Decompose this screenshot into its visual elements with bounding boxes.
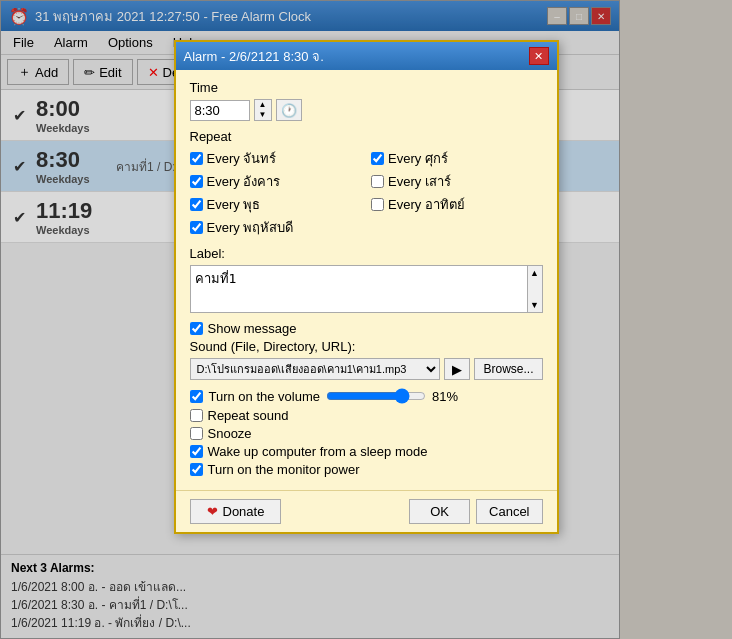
snooze-checkbox[interactable]: [190, 427, 203, 440]
monitor-checkbox[interactable]: [190, 463, 203, 476]
repeat-sunday-label: Every อาทิตย์: [388, 194, 465, 215]
time-input-row: ▲ ▼ 🕐: [190, 99, 543, 121]
dialog-footer: ❤ Donate OK Cancel: [176, 490, 557, 532]
repeat-thursday[interactable]: Every พฤหัสบดี: [190, 217, 362, 238]
time-input[interactable]: [190, 100, 250, 121]
show-message-label: Show message: [208, 321, 297, 336]
cancel-button[interactable]: Cancel: [476, 499, 542, 524]
label-scroll-up[interactable]: ▲: [528, 266, 542, 280]
sound-label: Sound (File, Directory, URL):: [190, 339, 543, 354]
repeat-label: Repeat: [190, 129, 543, 144]
heart-icon: ❤: [207, 504, 218, 519]
time-label: Time: [190, 80, 543, 95]
dialog-title: Alarm - 2/6/2121 8:30 จ.: [184, 46, 324, 67]
volume-slider[interactable]: [326, 388, 426, 404]
repeat-tuesday[interactable]: Every อังคาร: [190, 171, 362, 192]
label-scroll-down[interactable]: ▼: [528, 298, 542, 312]
show-message-row: Show message: [190, 321, 543, 336]
monitor-label: Turn on the monitor power: [208, 462, 360, 477]
repeat-monday-checkbox[interactable]: [190, 152, 203, 165]
repeat-sunday-checkbox[interactable]: [371, 198, 384, 211]
clock-icon: 🕐: [281, 103, 297, 118]
repeat-tuesday-checkbox[interactable]: [190, 175, 203, 188]
repeat-wednesday[interactable]: Every พุธ: [190, 194, 362, 215]
time-down-arrow[interactable]: ▼: [255, 110, 271, 120]
sound-section: Sound (File, Directory, URL): D:\โปรแกรม…: [190, 339, 543, 380]
repeat-grid: Every จันทร์ Every ศุกร์ Every อังคาร Ev…: [190, 148, 543, 238]
time-spinner: ▲ ▼: [254, 99, 272, 121]
snooze-row: Snooze: [190, 426, 543, 441]
play-button[interactable]: ▶: [444, 358, 470, 380]
repeat-wednesday-label: Every พุธ: [207, 194, 261, 215]
sound-row: D:\โปรแกรมออด\เสียงออด\คาม1\คาม1.mp3 ▶ B…: [190, 358, 543, 380]
wake-up-checkbox[interactable]: [190, 445, 203, 458]
volume-label: Turn on the volume: [209, 389, 321, 404]
repeat-monday[interactable]: Every จันทร์: [190, 148, 362, 169]
label-textarea[interactable]: [190, 265, 528, 313]
wake-up-label: Wake up computer from a sleep mode: [208, 444, 428, 459]
repeat-saturday-label: Every เสาร์: [388, 171, 451, 192]
dialog-overlay: Alarm - 2/6/2121 8:30 จ. ✕ Time ▲ ▼ 🕐: [0, 0, 732, 639]
snooze-label: Snooze: [208, 426, 252, 441]
monitor-row: Turn on the monitor power: [190, 462, 543, 477]
repeat-friday-checkbox[interactable]: [371, 152, 384, 165]
repeat-saturday-checkbox[interactable]: [371, 175, 384, 188]
browse-button[interactable]: Browse...: [474, 358, 542, 380]
repeat-sound-label: Repeat sound: [208, 408, 289, 423]
repeat-thursday-checkbox[interactable]: [190, 221, 203, 234]
sound-select[interactable]: D:\โปรแกรมออด\เสียงออด\คาม1\คาม1.mp3: [190, 358, 441, 380]
alarm-dialog: Alarm - 2/6/2121 8:30 จ. ✕ Time ▲ ▼ 🕐: [174, 40, 559, 534]
volume-row: Turn on the volume 81%: [190, 388, 543, 404]
volume-checkbox[interactable]: [190, 390, 203, 403]
dialog-title-bar: Alarm - 2/6/2121 8:30 จ. ✕: [176, 42, 557, 70]
volume-percent: 81%: [432, 389, 458, 404]
label-section: Label: ▲ ▼: [190, 246, 543, 313]
repeat-friday[interactable]: Every ศุกร์: [371, 148, 543, 169]
repeat-wednesday-checkbox[interactable]: [190, 198, 203, 211]
dialog-body: Time ▲ ▼ 🕐 Repeat: [176, 70, 557, 490]
repeat-tuesday-label: Every อังคาร: [207, 171, 281, 192]
repeat-friday-label: Every ศุกร์: [388, 148, 448, 169]
donate-label: Donate: [223, 504, 265, 519]
repeat-thursday-label: Every พฤหัสบดี: [207, 217, 294, 238]
repeat-saturday[interactable]: Every เสาร์: [371, 171, 543, 192]
ok-button[interactable]: OK: [409, 499, 470, 524]
time-up-arrow[interactable]: ▲: [255, 100, 271, 110]
wake-up-row: Wake up computer from a sleep mode: [190, 444, 543, 459]
show-message-checkbox[interactable]: [190, 322, 203, 335]
play-icon: ▶: [452, 362, 462, 377]
footer-right: OK Cancel: [409, 499, 542, 524]
repeat-sound-row: Repeat sound: [190, 408, 543, 423]
repeat-monday-label: Every จันทร์: [207, 148, 277, 169]
dialog-close-button[interactable]: ✕: [529, 47, 549, 65]
repeat-section: Repeat Every จันทร์ Every ศุกร์ Every อั…: [190, 129, 543, 238]
label-field-label: Label:: [190, 246, 543, 261]
repeat-sound-checkbox[interactable]: [190, 409, 203, 422]
donate-button[interactable]: ❤ Donate: [190, 499, 282, 524]
label-scroll-thumb: [528, 280, 542, 298]
time-section: Time ▲ ▼ 🕐: [190, 80, 543, 121]
repeat-sunday[interactable]: Every อาทิตย์: [371, 194, 543, 215]
clock-button[interactable]: 🕐: [276, 99, 302, 121]
label-scrollbar: ▲ ▼: [527, 265, 543, 313]
